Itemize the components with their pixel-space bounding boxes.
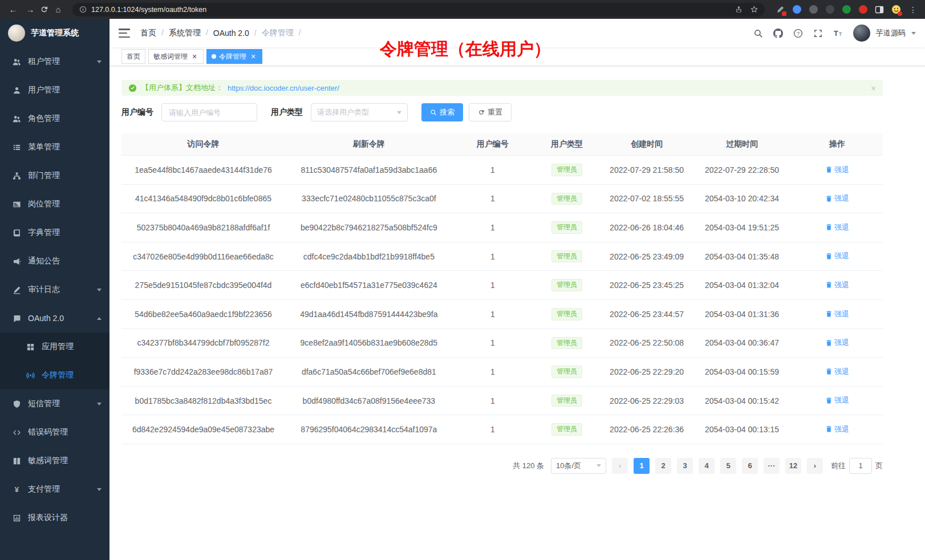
search-icon[interactable] [753,29,763,38]
force-logout-button[interactable]: 强退 [825,367,849,377]
extension-gray-icon[interactable] [808,5,818,15]
extension-red-icon[interactable] [858,5,868,15]
profile-badge [898,11,902,16]
page-button[interactable]: 1 [634,458,650,474]
font-size-icon[interactable]: TT [833,29,843,38]
browser-reload-button[interactable] [40,5,48,14]
tab-label: 首页 [127,52,140,62]
browser-home-button[interactable]: ⌂ [51,2,66,17]
extension-green-icon[interactable] [841,5,851,15]
page-button[interactable]: ··· [764,458,780,474]
help-question-icon[interactable]: ? [793,29,803,38]
address-bar[interactable]: 127.0.0.1:1024/system/oauth2/token [72,3,765,17]
force-logout-button[interactable]: 强退 [825,338,849,348]
page-button[interactable]: 12 [785,458,801,474]
prev-page-button[interactable]: ‹ [612,458,628,474]
sidebar-item[interactable]: 应用管理 [0,332,109,361]
goto-page-input[interactable] [849,458,872,474]
github-icon[interactable] [773,29,783,38]
force-logout-button[interactable]: 强退 [825,424,849,435]
table-row: 275e5de9151045fe87cbdc395e004f4d e6cfd40… [121,271,883,300]
sidebar-item[interactable]: 通知公告 [0,247,109,275]
force-logout-button[interactable]: 强退 [825,165,849,175]
force-logout-button[interactable]: 强退 [825,280,849,290]
force-logout-button[interactable]: 强退 [825,193,849,204]
user-name[interactable]: 芋道源码 [876,28,906,38]
sidebar-item[interactable]: 令牌管理 [0,361,109,389]
share-icon[interactable] [735,6,743,13]
browser-forward-button[interactable]: → [23,2,38,17]
doc-link[interactable]: https://doc.iocoder.cn/user-center/ [228,84,339,92]
app-logo[interactable]: 芋道管理系统 [0,19,109,47]
breadcrumb-item[interactable]: 首页 [140,28,169,38]
breadcrumb-item[interactable]: 系统管理 [169,28,213,38]
sidebar-item[interactable]: 敏感词管理 [0,447,109,475]
pay-yen-icon: ¥ [13,485,21,494]
browser-back-button[interactable]: ← [6,2,21,17]
tab[interactable]: 令牌管理 × [206,49,262,64]
user-type-cell: 管理员 [533,242,601,271]
search-button[interactable]: 搜索 [421,103,463,121]
action-cell: 强退 [792,213,883,242]
sidebar-item[interactable]: 审计日志 [0,275,109,304]
table-row: 502375b8040a469a9b82188afdf6af1f be90422… [121,213,883,242]
breadcrumb-item[interactable]: OAuth 2.0 [213,29,262,38]
sidebar-item[interactable]: 用户管理 [0,76,109,104]
user-type-badge: 管理员 [551,250,582,263]
side-panel-icon[interactable] [874,5,885,15]
sidebar-item[interactable]: 报表设计器 [0,504,109,532]
page-button[interactable]: 6 [742,458,758,474]
sidebar-item[interactable]: 角色管理 [0,104,109,133]
tab[interactable]: 敏感词管理 × [148,49,204,64]
sidebar-item[interactable]: 部门管理 [0,161,109,190]
tab-close-icon[interactable]: × [190,52,198,60]
alert-close-icon[interactable]: × [871,83,876,93]
page-button[interactable]: 3 [677,458,693,474]
sidebar-item[interactable]: ¥ 支付管理 [0,475,109,504]
extension-dark-icon[interactable] [825,5,835,15]
table-row: 41c41346a548490f9dc8b01c6bfe0865 333ecfc… [121,184,883,213]
sidebar-item[interactable]: 短信管理 [0,389,109,418]
hamburger-icon[interactable] [119,29,130,38]
sidebar-item[interactable]: 错误码管理 [0,418,109,447]
sidebar-item[interactable]: OAuth 2.0 [0,304,109,332]
page-button[interactable]: 4 [699,458,715,474]
sidebar-item-label: 部门管理 [28,171,60,181]
tab-close-icon[interactable]: × [249,52,257,60]
page-size-select[interactable]: 10条/页 [551,458,606,474]
browser-menu-icon[interactable]: ⋮ [907,5,919,14]
sidebar-item[interactable]: 租户管理 [0,47,109,76]
user-id-input[interactable] [161,103,257,121]
force-logout-button[interactable]: 强退 [825,309,849,319]
breadcrumb-item[interactable]: 令牌管理 [262,28,306,38]
bookmark-star-icon[interactable] [750,6,758,13]
action-cell: 强退 [792,415,883,444]
page-button[interactable]: 5 [720,458,736,474]
force-logout-button[interactable]: 强退 [825,251,849,261]
force-logout-button[interactable]: 强退 [825,222,849,233]
extension-blue-icon[interactable] [792,5,802,15]
page-button[interactable]: 2 [655,458,671,474]
reset-button[interactable]: 重置 [469,103,512,121]
action-cell: 强退 [792,328,883,358]
user-type-select[interactable]: 请选择用户类型 [311,103,408,121]
action-cell: 强退 [792,184,883,213]
column-header: 操作 [792,133,883,156]
chevron-icon [97,488,102,491]
extension-pencil-icon[interactable] [775,5,785,15]
next-page-button[interactable]: › [807,458,823,474]
url-text[interactable]: 127.0.0.1:1024/system/oauth2/token [91,6,731,14]
fullscreen-icon[interactable] [813,29,823,38]
sidebar-item[interactable]: 菜单管理 [0,133,109,161]
browser-profile-avatar[interactable] [891,5,901,15]
sidebar-item[interactable]: 岗位管理 [0,190,109,218]
user-id-cell: 1 [453,184,533,213]
column-header: 用户类型 [533,133,601,156]
tab[interactable]: 首页 × [121,49,145,64]
force-logout-button[interactable]: 强退 [825,395,849,405]
sidebar-item[interactable]: 字典管理 [0,218,109,247]
created-time-cell: 2022-06-25 22:29:20 [601,358,692,387]
info-icon[interactable] [79,6,87,13]
user-type-cell: 管理员 [533,358,601,387]
user-avatar[interactable] [853,25,870,42]
